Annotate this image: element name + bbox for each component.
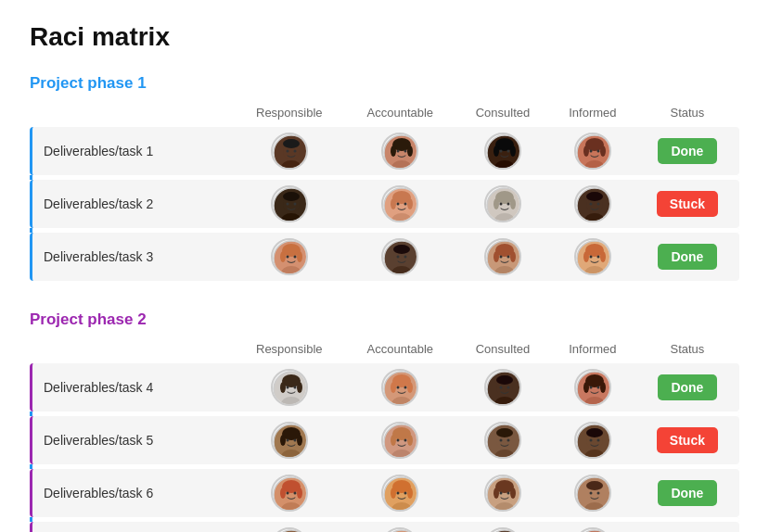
phase1-title: Project phase 1	[30, 74, 739, 93]
status-badge: Stuck	[657, 427, 718, 453]
avatar-cell-consulted	[455, 180, 550, 228]
avatar-cell-consulted	[455, 363, 550, 412]
avatar-informed	[574, 238, 611, 275]
status-cell: Stuck	[635, 416, 739, 464]
svg-point-28	[589, 150, 592, 153]
svg-point-150	[280, 488, 286, 499]
avatar-responsible	[271, 369, 308, 406]
svg-point-107	[496, 375, 513, 385]
svg-point-169	[507, 492, 510, 495]
svg-point-77	[510, 251, 516, 262]
table-row: Deliverables/task 7	[30, 522, 739, 532]
svg-point-152	[286, 492, 288, 495]
avatar-cell-consulted	[455, 522, 550, 532]
svg-point-13	[404, 150, 407, 153]
avatar-cell-informed	[550, 416, 635, 464]
svg-point-132	[397, 439, 400, 442]
header-accountable: Accountable	[345, 102, 456, 127]
avatar-cell-informed	[550, 180, 635, 228]
svg-point-64	[286, 256, 288, 259]
avatar-accountable	[381, 238, 418, 275]
svg-point-12	[397, 150, 400, 153]
phase1-table: ResponsibleAccountableConsultedInformedS…	[30, 102, 739, 281]
task-label: Deliverables/task 7	[30, 522, 234, 532]
avatar-cell-informed	[550, 522, 635, 532]
avatar-cell-responsible	[234, 233, 345, 281]
svg-point-93	[297, 382, 302, 393]
page-title: Raci matrix	[30, 22, 739, 52]
avatar-consulted	[484, 527, 521, 532]
svg-point-102	[397, 386, 400, 389]
svg-point-87	[596, 256, 599, 259]
svg-point-160	[397, 492, 400, 495]
avatar-cell-responsible	[234, 127, 345, 175]
svg-point-18	[493, 146, 499, 157]
svg-point-100	[391, 382, 396, 393]
svg-point-65	[293, 256, 296, 259]
svg-point-124	[286, 439, 288, 442]
status-cell: Done	[635, 127, 739, 175]
svg-point-115	[600, 382, 606, 393]
avatar-cell-informed	[550, 233, 635, 281]
svg-point-145	[596, 439, 599, 442]
avatar-consulted	[484, 369, 521, 406]
svg-point-95	[293, 386, 296, 389]
svg-point-103	[404, 386, 407, 389]
avatar-responsible	[271, 475, 308, 512]
table-row: Deliverables/task 5	[30, 416, 739, 464]
svg-point-131	[407, 435, 413, 446]
status-cell: Stuck	[635, 180, 739, 228]
header-status: Status	[635, 338, 739, 363]
svg-point-174	[589, 492, 592, 495]
svg-point-92	[280, 382, 286, 393]
svg-point-21	[507, 150, 510, 153]
svg-point-143	[586, 428, 603, 437]
header-task	[30, 338, 234, 363]
avatar-cell-accountable	[345, 522, 456, 532]
svg-point-10	[391, 146, 396, 157]
svg-point-138	[500, 439, 503, 442]
svg-point-122	[280, 435, 286, 446]
svg-point-29	[596, 150, 599, 153]
status-badge: Done	[658, 244, 717, 270]
svg-point-26	[583, 146, 589, 157]
avatar-cell-responsible	[234, 416, 345, 464]
svg-point-57	[596, 203, 599, 206]
table-row: Deliverables/task 3	[30, 233, 739, 281]
section-phase1: Project phase 1ResponsibleAccountableCon…	[30, 74, 739, 281]
svg-point-173	[586, 481, 603, 490]
svg-point-42	[397, 203, 400, 206]
svg-point-130	[391, 435, 396, 446]
avatar-consulted	[484, 475, 521, 512]
table-row: Deliverables/task 2	[30, 180, 739, 228]
avatar-cell-accountable	[345, 233, 456, 281]
avatar-informed	[574, 475, 611, 512]
avatar-cell-consulted	[455, 233, 550, 281]
svg-point-137	[496, 428, 513, 437]
svg-point-71	[404, 256, 407, 259]
header-accountable: Accountable	[345, 338, 456, 363]
avatar-responsible	[271, 185, 308, 222]
svg-point-116	[589, 386, 592, 389]
svg-point-84	[583, 251, 589, 262]
task-label: Deliverables/task 4	[30, 363, 234, 412]
avatar-responsible	[271, 133, 308, 170]
header-consulted: Consulted	[455, 338, 550, 363]
svg-point-55	[586, 192, 603, 201]
svg-point-123	[297, 435, 302, 446]
svg-point-151	[297, 488, 302, 499]
avatar-cell-consulted	[455, 416, 550, 464]
avatar-accountable	[381, 422, 418, 459]
svg-point-4	[286, 150, 288, 153]
avatar-cell-responsible	[234, 180, 345, 228]
svg-point-144	[589, 439, 592, 442]
svg-point-108	[500, 386, 503, 389]
status-cell: Done	[635, 522, 739, 532]
svg-point-76	[493, 251, 499, 262]
svg-point-125	[293, 439, 296, 442]
svg-point-19	[510, 146, 516, 157]
avatar-cell-responsible	[234, 363, 345, 412]
status-badge: Done	[658, 138, 717, 164]
svg-point-43	[404, 203, 407, 206]
avatar-cell-accountable	[345, 416, 456, 464]
